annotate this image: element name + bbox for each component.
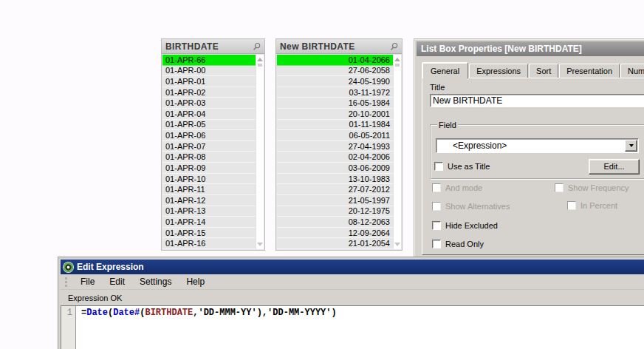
list-item[interactable]: 01-APR-14 — [162, 217, 256, 228]
list-item[interactable]: 01-APR-15 — [162, 228, 256, 239]
listbox-birthdate-rows: 01-APR-6601-APR-0001-APR-0101-APR-0201-A… — [162, 55, 256, 249]
list-item[interactable]: 27-04-1993 — [277, 141, 393, 152]
listbox-new-birthdate: New BIRTHDATE 01-04-206627-06-205824-05-… — [275, 38, 402, 251]
list-item[interactable]: 21-01-2054 — [277, 238, 393, 249]
list-item[interactable]: 01-APR-09 — [162, 163, 256, 174]
scroll-up-icon[interactable] — [257, 58, 263, 61]
edit-expression-title: Edit Expression — [77, 262, 144, 272]
list-item[interactable]: 13-10-1983 — [277, 174, 393, 185]
listbox-new-birthdate-caption[interactable]: New BIRTHDATE — [276, 39, 402, 54]
edit-expression-window: Edit Expression File Edit Settings Help … — [58, 257, 644, 349]
list-item[interactable]: 01-APR-10 — [162, 174, 256, 185]
list-item[interactable]: 01-APR-02 — [162, 87, 256, 98]
line-number: 1 — [61, 306, 76, 349]
list-item[interactable]: 01-APR-01 — [162, 76, 256, 87]
show-alternatives-checkbox-item: Show Alternatives — [432, 202, 510, 211]
list-item[interactable]: 02-04-2006 — [277, 152, 393, 163]
list-item[interactable]: 01-APR-16 — [162, 238, 256, 249]
title-input[interactable] — [430, 94, 644, 107]
scroll-down-icon[interactable] — [394, 243, 400, 246]
menu-bar: File Edit Settings Help — [61, 274, 644, 290]
read-only-checkbox-item: Read Only — [432, 240, 484, 248]
dropdown-arrow-button[interactable] — [625, 140, 637, 152]
listbox-new-birthdate-rows: 01-04-206627-06-205824-05-199003-11-1972… — [277, 55, 393, 249]
scroll-thumb[interactable] — [395, 64, 400, 67]
list-item[interactable]: 06-05-2011 — [277, 130, 393, 141]
use-as-title-checkbox[interactable] — [434, 162, 443, 171]
list-item[interactable]: 01-APR-06 — [162, 130, 256, 141]
list-item[interactable]: 01-APR-12 — [162, 195, 256, 206]
list-item[interactable]: 03-11-1972 — [277, 87, 393, 98]
list-item[interactable]: 01-APR-13 — [162, 206, 256, 217]
tab-number[interactable]: Number — [620, 64, 644, 78]
in-percent-label: In Percent — [580, 201, 617, 210]
list-item[interactable]: 01-APR-08 — [162, 152, 256, 163]
show-frequency-label: Show Frequency — [568, 183, 629, 192]
dialog-title: List Box Properties [New BIRTHDATE] — [421, 44, 582, 54]
menu-help[interactable]: Help — [179, 275, 212, 288]
expression-editor[interactable]: 1 =Date(Date#(BIRTHDATE,'DD-MMM-YY'),'DD… — [61, 305, 644, 349]
list-item[interactable]: 20-12-1975 — [277, 206, 393, 217]
hide-excluded-checkbox[interactable] — [432, 221, 441, 230]
menu-file[interactable]: File — [73, 275, 102, 288]
in-percent-checkbox — [567, 201, 576, 210]
list-item[interactable]: 01-APR-11 — [162, 184, 256, 195]
list-item[interactable]: 24-05-1990 — [277, 76, 393, 87]
scroll-up-icon[interactable] — [394, 58, 400, 61]
read-only-checkbox[interactable] — [432, 240, 441, 248]
edit-expression-titlebar[interactable]: Edit Expression — [61, 260, 644, 274]
edit-button[interactable]: Edit... — [589, 159, 640, 174]
list-item[interactable]: 01-11-1984 — [277, 120, 393, 131]
expression-token: ) — [257, 308, 262, 318]
expression-code[interactable]: =Date(Date#(BIRTHDATE,'DD-MMM-YY'),'DD-M… — [76, 306, 644, 349]
list-item[interactable]: 01-APR-00 — [162, 66, 256, 77]
list-item[interactable]: 21-05-1997 — [277, 195, 393, 206]
list-item[interactable]: 01-APR-07 — [162, 141, 256, 152]
show-alternatives-checkbox — [432, 202, 441, 211]
listbox-properties-dialog: List Box Properties [New BIRTHDATE] Gene… — [414, 39, 644, 257]
list-item[interactable]: 01-APR-03 — [162, 98, 256, 109]
tab-general[interactable]: General — [422, 62, 468, 78]
menu-drag-handle[interactable] — [65, 277, 67, 287]
scroll-down-icon[interactable] — [257, 243, 263, 246]
search-icon[interactable] — [253, 42, 261, 51]
tab-expressions[interactable]: Expressions — [469, 64, 528, 78]
dialog-content: GeneralExpressionsSortPresentationNumber… — [417, 58, 644, 255]
and-mode-checkbox — [432, 183, 441, 192]
scroll-thumb[interactable] — [258, 64, 262, 67]
listbox-new-birthdate-title: New BIRTHDATE — [280, 41, 390, 52]
list-item[interactable]: 27-06-2058 — [277, 66, 393, 77]
list-item[interactable]: 20-10-2001 — [277, 109, 393, 120]
list-item[interactable]: 01-APR-66 — [162, 55, 256, 66]
field-dropdown[interactable]: <Expression> — [436, 138, 639, 153]
list-item[interactable]: 01-APR-05 — [162, 120, 256, 131]
listbox-birthdate-caption[interactable]: BIRTHDATE — [162, 39, 264, 54]
list-item[interactable]: 27-07-2012 — [277, 184, 393, 195]
listbox-birthdate-title: BIRTHDATE — [165, 41, 253, 52]
tab-presentation[interactable]: Presentation — [559, 64, 620, 78]
tab-sort[interactable]: Sort — [529, 64, 558, 78]
list-item[interactable]: 16-05-1984 — [277, 98, 393, 109]
list-item[interactable]: 01-APR-04 — [162, 109, 256, 120]
list-item[interactable]: 01-04-2066 — [277, 55, 393, 66]
listbox-birthdate-scrollbar[interactable] — [256, 55, 264, 249]
and-mode-label: And mode — [445, 183, 482, 192]
list-item[interactable]: 12-09-2064 — [277, 228, 393, 239]
qlikview-logo-icon — [64, 262, 73, 272]
show-frequency-checkbox — [555, 183, 564, 192]
menu-settings[interactable]: Settings — [132, 275, 179, 288]
use-as-title-label: Use as Title — [448, 162, 490, 171]
listbox-new-birthdate-scrollbar[interactable] — [393, 55, 401, 249]
list-item[interactable]: 08-12-2063 — [277, 217, 393, 228]
list-item[interactable]: 03-06-2009 — [277, 163, 393, 174]
show-alternatives-label: Show Alternatives — [445, 202, 510, 211]
menu-edit[interactable]: Edit — [102, 275, 132, 288]
status-text: Expression OK — [61, 290, 644, 305]
listbox-birthdate: BIRTHDATE 01-APR-6601-APR-0001-APR-0101-… — [161, 38, 265, 251]
read-only-label: Read Only — [445, 240, 484, 248]
title-label: Title — [430, 83, 445, 92]
dialog-titlebar[interactable]: List Box Properties [New BIRTHDATE] — [417, 41, 644, 56]
field-dropdown-value: <Expression> — [436, 140, 625, 151]
properties-tabs: GeneralExpressionsSortPresentationNumber… — [422, 62, 644, 78]
search-icon[interactable] — [390, 42, 399, 51]
